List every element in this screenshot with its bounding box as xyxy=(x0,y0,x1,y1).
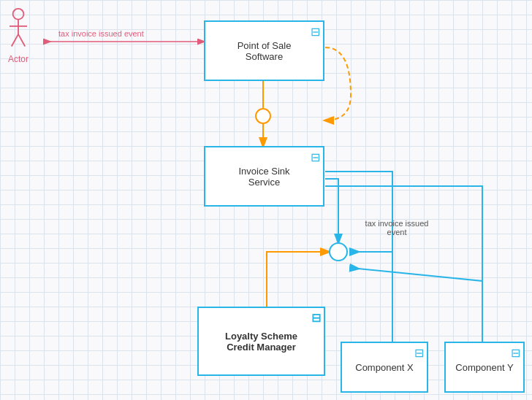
loyalty-label: Loyalty Scheme Credit Manager xyxy=(225,331,297,353)
svg-point-3 xyxy=(13,9,24,20)
invoice-component: Invoice Sink Service ⊟ xyxy=(204,146,324,207)
actor: Actor xyxy=(7,7,29,64)
compY-icon: ⊟ xyxy=(511,346,520,360)
compX-label: Component X xyxy=(355,362,414,373)
compY-component: Component Y ⊟ xyxy=(444,342,525,393)
tax-invoice-label: tax invoice issued event xyxy=(58,29,144,38)
loyalty-icon: ⊟ xyxy=(311,311,321,325)
event-circle-blue xyxy=(329,242,348,261)
invoice-label: Invoice Sink Service xyxy=(238,166,289,188)
invoice-icon: ⊟ xyxy=(311,150,320,164)
compY-label: Component Y xyxy=(455,362,513,373)
tax-invoice-event-label: tax invoice issued event xyxy=(357,219,437,236)
compX-component: Component X ⊟ xyxy=(341,342,428,393)
svg-line-7 xyxy=(18,34,25,47)
loyalty-component: Loyalty Scheme Credit Manager ⊟ xyxy=(197,307,325,376)
pos-component: Point of Sale Software ⊟ xyxy=(204,20,324,81)
interface-circle-top xyxy=(255,108,271,124)
svg-line-6 xyxy=(12,34,18,47)
pos-icon: ⊟ xyxy=(311,25,320,39)
actor-label: Actor xyxy=(8,54,28,64)
pos-label: Point of Sale Software xyxy=(238,40,292,62)
compX-icon: ⊟ xyxy=(414,346,424,360)
diagram-container: Actor tax invoice issued event Point of … xyxy=(0,0,532,400)
actor-icon xyxy=(7,7,29,51)
